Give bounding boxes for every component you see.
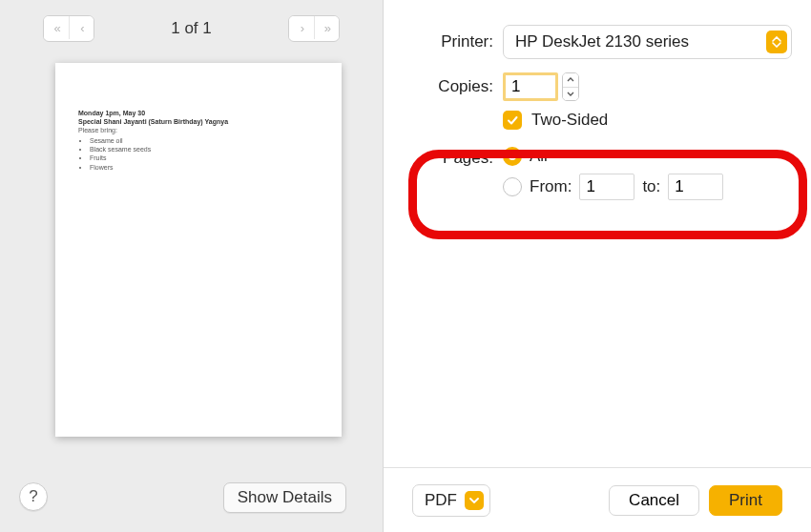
pages-all-label: All xyxy=(530,147,548,166)
printer-row: Printer: HP DeskJet 2130 series xyxy=(403,25,792,59)
printer-select[interactable]: HP DeskJet 2130 series xyxy=(503,25,792,59)
checkmark-icon xyxy=(506,113,519,127)
pages-label: Pages: xyxy=(403,147,503,168)
copies-stepper xyxy=(562,72,579,101)
copies-input[interactable] xyxy=(503,72,558,101)
pages-range-row: From: to: xyxy=(503,174,723,200)
pages-range-radio[interactable] xyxy=(503,177,522,196)
print-dialog: « ‹ 1 of 1 › » Monday 1pm, May 30 Specia… xyxy=(0,0,811,532)
pages-from-label: From: xyxy=(530,177,572,196)
chevron-down-icon xyxy=(465,491,484,510)
copies-label: Copies: xyxy=(403,77,503,96)
prev-page-group: « ‹ xyxy=(43,15,94,42)
show-details-button[interactable]: Show Details xyxy=(223,482,346,513)
settings-pane: Printer: HP DeskJet 2130 series Copies: xyxy=(384,0,811,532)
preview-bullet: Fruits xyxy=(90,153,319,162)
document-preview: Monday 1pm, May 30 Special Shani Jayanti… xyxy=(55,63,342,437)
preview-pane: « ‹ 1 of 1 › » Monday 1pm, May 30 Specia… xyxy=(0,0,384,532)
preview-line-3: Please bring: xyxy=(78,126,319,134)
pages-to-label: to: xyxy=(642,177,660,196)
print-button[interactable]: Print xyxy=(709,485,782,516)
preview-bullet-list: Sesame oil Black sesame seeds Fruits Flo… xyxy=(90,136,319,171)
pages-all-radio[interactable] xyxy=(503,147,522,166)
first-page-button[interactable]: « xyxy=(44,16,69,39)
last-page-button[interactable]: » xyxy=(314,16,339,39)
pdf-label: PDF xyxy=(425,491,457,510)
printer-selected-value: HP DeskJet 2130 series xyxy=(515,32,689,51)
help-button[interactable]: ? xyxy=(19,482,48,511)
page-indicator: 1 of 1 xyxy=(171,19,212,38)
prev-page-button[interactable]: ‹ xyxy=(69,16,94,39)
bottom-bar: PDF Cancel Print xyxy=(384,467,811,532)
printer-label: Printer: xyxy=(403,32,503,51)
preview-line-1: Monday 1pm, May 30 xyxy=(78,109,319,117)
pages-to-input[interactable] xyxy=(668,174,723,200)
two-sided-row: Two-Sided xyxy=(403,111,792,130)
preview-line-2: Special Shani Jayanti (Saturn Birthday) … xyxy=(78,117,319,126)
pages-from-input[interactable] xyxy=(579,174,634,200)
help-icon: ? xyxy=(29,487,37,506)
pages-row: Pages: All From: to: xyxy=(403,147,792,200)
cancel-label: Cancel xyxy=(629,491,679,509)
pages-all-row: All xyxy=(503,147,723,166)
two-sided-checkbox[interactable] xyxy=(503,111,522,130)
preview-nav-row: « ‹ 1 of 1 › » xyxy=(0,10,383,48)
preview-bullet: Flowers xyxy=(90,163,319,172)
next-page-button[interactable]: › xyxy=(289,16,314,39)
cancel-button[interactable]: Cancel xyxy=(609,485,699,516)
select-arrows-icon xyxy=(766,31,787,53)
two-sided-label: Two-Sided xyxy=(531,111,608,130)
preview-bullet: Sesame oil xyxy=(90,136,319,145)
preview-bullet: Black sesame seeds xyxy=(90,145,319,153)
pdf-menu-button[interactable]: PDF xyxy=(412,484,490,517)
next-page-group: › » xyxy=(288,15,340,42)
print-label: Print xyxy=(729,491,762,509)
copies-row: Copies: xyxy=(403,72,792,101)
copies-step-down[interactable] xyxy=(563,87,578,101)
pages-block: All From: to: xyxy=(503,147,723,200)
show-details-label: Show Details xyxy=(238,488,332,506)
copies-step-up[interactable] xyxy=(563,73,578,87)
